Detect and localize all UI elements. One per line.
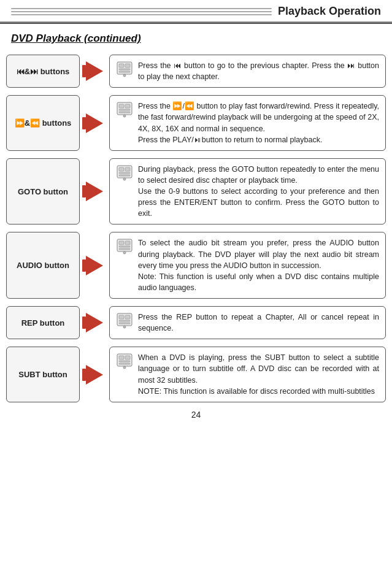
desc-rep-button: Press the REP button to repeat a Chapter… [109,306,386,339]
page-header: Playback Operation [0,0,392,23]
svg-rect-28 [119,323,130,324]
row-subt-button: SUBT button When a DVD is playing, press… [6,347,386,402]
svg-rect-21 [119,246,130,247]
svg-point-23 [123,251,126,254]
svg-rect-3 [119,69,130,70]
svg-point-11 [123,115,126,117]
svg-point-17 [123,178,126,180]
svg-rect-8 [125,104,130,108]
svg-rect-10 [119,112,130,113]
dvd-icon-rep-button [116,312,133,329]
svg-rect-16 [119,175,130,176]
svg-rect-7 [119,104,124,108]
svg-rect-1 [119,64,124,67]
svg-rect-14 [125,167,130,171]
svg-rect-32 [125,356,130,359]
desc-text-audio-button: To select the audio bit stream you prefe… [138,237,379,293]
section-title: DVD Playback (continued) [11,33,381,45]
row-audio-button: AUDIO button To select the audio bit str… [6,232,386,299]
dvd-icon-audio-button [116,237,133,255]
svg-rect-4 [119,71,130,72]
label-rep-button: REP button [6,306,80,339]
arrow-shape-ff-rew-buttons [86,113,103,133]
label-ff-rew-buttons: ⏩&⏪ buttons [6,95,80,151]
desc-subt-button: When a DVD is playing, press the SUBT bu… [109,347,386,402]
header-line-1 [11,8,272,9]
desc-text-subt-button: When a DVD is playing, press the SUBT bu… [138,352,379,397]
desc-audio-button: To select the audio bit stream you prefe… [109,232,386,299]
arrow-shape-rep-button [86,313,103,332]
label-audio-button: AUDIO button [6,232,80,299]
desc-text-ff-rew-buttons: Press the ⏩/⏪ button to play fast forwar… [138,101,379,145]
arrow-skip-buttons [80,55,109,88]
svg-rect-19 [119,241,124,245]
svg-point-35 [123,366,126,369]
svg-rect-13 [119,167,124,171]
svg-rect-22 [119,248,130,250]
arrow-rep-button [80,306,109,339]
header-divider [0,23,392,24]
arrow-subt-button [80,347,109,402]
rows-container: ⏮&⏭ buttons Press the ⏮ button to go to … [0,55,392,402]
arrow-shape-audio-button [86,256,103,275]
dvd-icon-subt-button [116,352,133,369]
arrow-shape-goto-button [86,182,103,201]
svg-rect-33 [119,361,130,362]
arrow-ff-rew-buttons [80,95,109,151]
arrow-audio-button [80,232,109,299]
dvd-icon-goto-button [116,164,133,181]
row-goto-button: GOTO button During playback, press the G… [6,158,386,225]
svg-rect-15 [119,172,130,174]
desc-text-rep-button: Press the REP button to repeat a Chapter… [138,312,379,334]
row-ff-rew-buttons: ⏩&⏪ buttons Press the ⏩/⏪ button to play… [6,95,386,151]
header-line-2 [11,11,272,12]
label-skip-buttons: ⏮&⏭ buttons [6,55,80,88]
arrow-goto-button [80,158,109,225]
svg-point-5 [123,74,126,77]
row-rep-button: REP button Press the REP button to repea… [6,306,386,339]
desc-text-skip-buttons: Press the ⏮ button to go to the previous… [138,60,379,82]
header-line-3 [11,14,272,15]
arrow-shape-subt-button [86,365,103,385]
svg-rect-31 [119,356,124,359]
desc-goto-button: During playback, press the GOTO button r… [109,158,386,225]
svg-rect-9 [119,109,130,110]
page-number: 24 [0,410,392,426]
svg-rect-27 [119,320,130,321]
header-decoration [11,8,272,15]
desc-ff-rew-buttons: Press the ⏩/⏪ button to play fast forwar… [109,95,386,151]
row-skip-buttons: ⏮&⏭ buttons Press the ⏮ button to go to … [6,55,386,88]
label-goto-button: GOTO button [6,158,80,225]
svg-rect-20 [125,241,130,245]
arrow-shape-skip-buttons [86,61,103,81]
label-subt-button: SUBT button [6,347,80,402]
dvd-icon-ff-rew-buttons [116,101,133,118]
svg-rect-26 [125,315,130,319]
page-title: Playback Operation [278,5,381,18]
svg-rect-34 [119,363,130,364]
desc-text-goto-button: During playback, press the GOTO button r… [138,164,379,220]
svg-point-29 [123,326,126,328]
desc-skip-buttons: Press the ⏮ button to go to the previous… [109,55,386,88]
svg-rect-25 [119,315,124,319]
svg-rect-2 [125,64,130,67]
dvd-icon-skip-buttons [116,60,133,77]
